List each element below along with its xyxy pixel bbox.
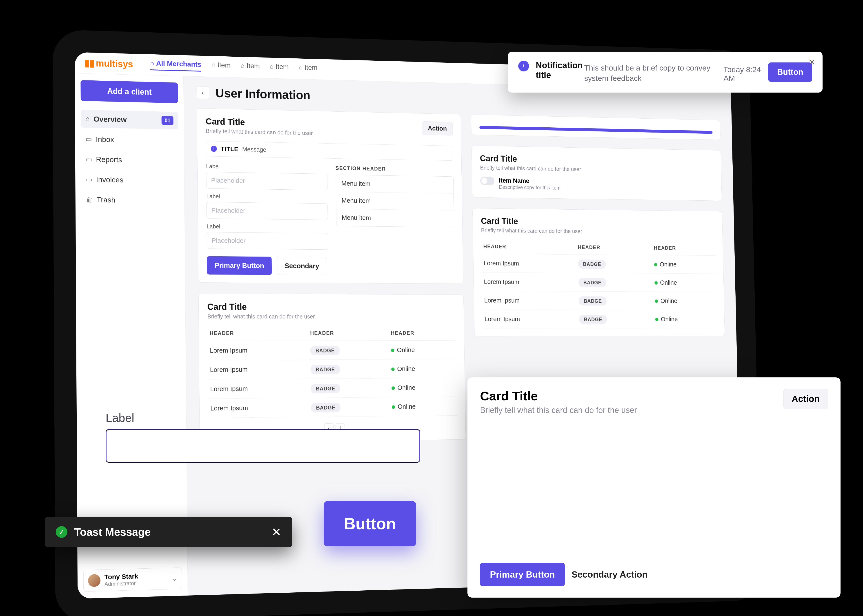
- sidebar-item-inbox[interactable]: ▭ Inbox: [81, 130, 178, 149]
- menu-item[interactable]: Menu item: [336, 175, 454, 193]
- badge: BADGE: [578, 278, 606, 287]
- field-label: Label: [206, 163, 327, 171]
- card-subtitle: Briefly tell what this card can do for t…: [207, 313, 315, 320]
- status-text: Online: [398, 403, 415, 410]
- chevron-down-icon: ⌄: [172, 574, 177, 583]
- notification-button[interactable]: Button: [768, 63, 812, 82]
- data-table: HEADER HEADER HEADER Lorem Ipsum BADGE O…: [481, 239, 717, 328]
- status-dot-icon: [654, 263, 657, 266]
- cell-text: Lorem Ipsum: [207, 341, 308, 360]
- cell-text: Lorem Ipsum: [482, 291, 577, 310]
- card-subtitle: Briefly tell what this card can do for t…: [206, 127, 313, 137]
- sidebar-item-label: Trash: [97, 195, 116, 204]
- tab-item-2[interactable]: ⌂ Item: [241, 61, 260, 73]
- secondary-action-button[interactable]: Secondary Action: [572, 569, 648, 580]
- left-column: Card Title Briefly tell what this card c…: [197, 108, 466, 443]
- card-action-button[interactable]: Action: [783, 389, 828, 409]
- status-dot-icon: [655, 281, 658, 284]
- top-tabs: ⌂ All Merchants ⌂ Item ⌂ Item ⌂ Item ⌂: [150, 59, 318, 75]
- card-action-button[interactable]: Action: [422, 121, 453, 136]
- field-label: Label: [105, 411, 420, 424]
- status-dot-icon: [655, 299, 658, 303]
- tab-item-3[interactable]: ⌂ Item: [270, 63, 289, 74]
- table-row[interactable]: Lorem Ipsum BADGE Online: [208, 378, 457, 399]
- tab-item-1[interactable]: ⌂ Item: [211, 61, 231, 72]
- progress-card: [471, 114, 721, 140]
- brand-name: multisys: [96, 58, 133, 70]
- page-title: User Information: [215, 86, 311, 102]
- sidebar-item-reports[interactable]: ▭ Reports: [81, 150, 178, 170]
- table-card-right: Card Title Briefly tell what this card c…: [472, 208, 725, 336]
- sidebar-item-label: Inbox: [96, 135, 114, 144]
- field-label: Label: [206, 193, 328, 201]
- status-text: Online: [660, 261, 677, 268]
- toast-message: Toast Message: [74, 526, 265, 538]
- status-text: Online: [660, 279, 677, 286]
- notification-toast: ✕ i Notification title This should be a …: [508, 52, 822, 93]
- notification-message: This should be a brief copy to convey sy…: [584, 63, 723, 83]
- table-row[interactable]: Lorem Ipsum BADGE Online: [208, 359, 457, 379]
- tab-item-4[interactable]: ⌂ Item: [299, 63, 318, 75]
- sidebar-badge: 01: [162, 116, 173, 125]
- text-input-1[interactable]: [206, 172, 327, 190]
- text-input-3[interactable]: [206, 232, 328, 250]
- menu-item[interactable]: Menu item: [336, 192, 454, 211]
- close-icon: ✕: [808, 57, 816, 67]
- secondary-button[interactable]: Secondary: [277, 257, 327, 275]
- user-meta: Tony Stark Administrator: [104, 572, 138, 587]
- close-button[interactable]: ✕: [808, 57, 816, 68]
- cell-text: Lorem Ipsum: [208, 379, 309, 399]
- close-button[interactable]: ✕: [272, 525, 281, 539]
- folder-icon: ▭: [86, 135, 92, 143]
- home-icon: ⌂: [270, 63, 274, 70]
- sidebar-item-invoices[interactable]: ▭ Invoices: [81, 171, 179, 189]
- sidebar-item-overview[interactable]: ⌂ Overview 01: [81, 110, 178, 130]
- toggle-switch[interactable]: [480, 177, 495, 185]
- sidebar-item-label: Overview: [93, 115, 127, 124]
- badge: BADGE: [579, 315, 607, 324]
- sidebar-item-label: Invoices: [96, 175, 123, 184]
- cell-text: Lorem Ipsum: [482, 310, 577, 328]
- primary-button[interactable]: Primary Button: [207, 256, 272, 275]
- user-role: Administrator: [104, 580, 138, 587]
- sidebar-item-trash[interactable]: 🗑 Trash: [81, 191, 179, 209]
- cell-text: Lorem Ipsum: [481, 254, 577, 273]
- home-icon: ⌂: [150, 60, 154, 67]
- table-row[interactable]: Lorem Ipsum BADGE Online: [481, 254, 715, 274]
- brand-logo: ▮▮ multisys: [84, 58, 133, 70]
- card-subtitle: Briefly tell what this card can do for t…: [480, 165, 581, 173]
- badge: BADGE: [578, 259, 606, 269]
- card-title: Card Title: [207, 302, 314, 312]
- avatar: [88, 574, 101, 587]
- banner-title: TITLE: [221, 145, 239, 153]
- tab-all-merchants[interactable]: ⌂ All Merchants: [150, 59, 201, 72]
- table-row[interactable]: Lorem Ipsum BADGE Online: [482, 291, 717, 310]
- status-text: Online: [397, 346, 415, 354]
- text-input-2[interactable]: [206, 202, 328, 220]
- card-title: Card Title: [481, 216, 582, 227]
- table-row[interactable]: Lorem Ipsum BADGE Online: [207, 340, 456, 360]
- badge: BADGE: [311, 365, 340, 374]
- floating-primary-button[interactable]: Button: [324, 501, 416, 546]
- user-menu[interactable]: Tony Stark Administrator ⌄: [83, 567, 182, 592]
- menu-item[interactable]: Menu item: [336, 209, 454, 227]
- form-card: Card Title Briefly tell what this card c…: [197, 108, 464, 284]
- table-header: HEADER: [481, 239, 576, 255]
- table-row[interactable]: Lorem Ipsum BADGE Online: [482, 310, 717, 328]
- floating-input-group: Label: [105, 411, 420, 463]
- tab-label: All Merchants: [156, 59, 201, 69]
- primary-button[interactable]: Primary Button: [480, 563, 565, 586]
- toast: ✓ Toast Message ✕: [45, 517, 292, 547]
- trash-icon: 🗑: [86, 196, 93, 204]
- card-subtitle: Briefly tell what this card can do for t…: [480, 405, 637, 415]
- close-icon: ✕: [272, 525, 281, 539]
- tab-label: Item: [217, 61, 231, 69]
- floating-text-input[interactable]: [105, 429, 420, 463]
- table-row[interactable]: Lorem Ipsum BADGE Online: [482, 272, 716, 292]
- status-text: Online: [660, 297, 678, 304]
- status-dot-icon: [391, 368, 395, 371]
- back-button[interactable]: ‹: [196, 86, 209, 99]
- add-client-button[interactable]: Add a client: [80, 80, 178, 103]
- status-dot-icon: [392, 405, 395, 409]
- check-circle-icon: ✓: [56, 526, 68, 538]
